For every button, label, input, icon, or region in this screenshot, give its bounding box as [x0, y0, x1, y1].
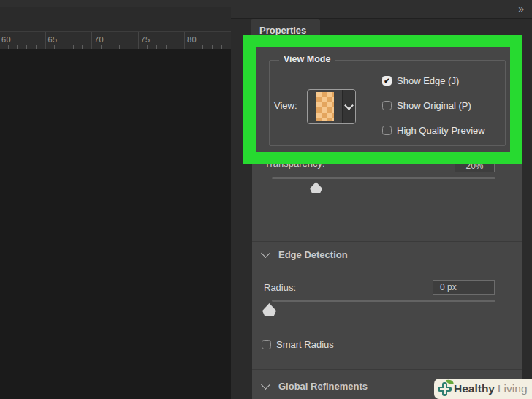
radius-slider-track[interactable] [272, 300, 495, 302]
checkbox-box[interactable] [262, 340, 271, 349]
chevron-down-icon [261, 380, 270, 390]
highlight-box [243, 35, 522, 164]
radius-value-field[interactable]: 0 px [433, 280, 495, 294]
radius-label: Radius: [264, 282, 296, 293]
ruler-tick-label: 80 [187, 35, 197, 44]
toolbar-strip [0, 0, 231, 31]
health-cross-icon [438, 382, 452, 396]
titlebar-seam [0, 7, 231, 7]
ruler-major-tick [184, 32, 185, 49]
canvas-region: 6065707580 [0, 0, 231, 399]
radius-slider-thumb[interactable] [262, 303, 276, 316]
panel-topbar: » [231, 0, 532, 19]
ruler-tick-label: 60 [1, 35, 11, 44]
transparency-slider-thumb[interactable] [310, 182, 322, 193]
transparency-slider-track[interactable] [272, 177, 495, 179]
checkbox-label: Smart Radius [276, 339, 334, 350]
ruler-major-tick [45, 32, 46, 49]
ruler-tick-label: 70 [94, 35, 104, 44]
ruler-major-tick [138, 32, 139, 49]
section-title: Global Refinements [278, 381, 368, 392]
document-canvas[interactable] [0, 49, 231, 399]
chevron-down-icon [261, 248, 270, 258]
watermark-text-light: Living [498, 382, 528, 395]
section-edge-detection[interactable]: Edge Detection [262, 248, 348, 260]
titlebar-strip [0, 0, 231, 7]
watermark-text-bold: Healthy [454, 382, 495, 395]
ruler-tick-label: 75 [141, 35, 151, 44]
ruler-major-tick [91, 32, 92, 49]
horizontal-ruler[interactable]: 6065707580 [0, 31, 231, 49]
section-global-refinements[interactable]: Global Refinements [262, 380, 368, 392]
photoshop-select-and-mask-window: 6065707580 » Properties View Mode View: [0, 0, 532, 399]
panel-collapse-icon[interactable]: » [518, 3, 525, 15]
section-divider [252, 369, 522, 370]
ruler-tick-label: 65 [48, 35, 58, 44]
checkbox-smart-radius[interactable]: Smart Radius [262, 339, 334, 349]
watermark-healthy-living: Healthy Living [434, 379, 532, 399]
section-divider [252, 241, 522, 242]
section-title: Edge Detection [278, 249, 348, 260]
